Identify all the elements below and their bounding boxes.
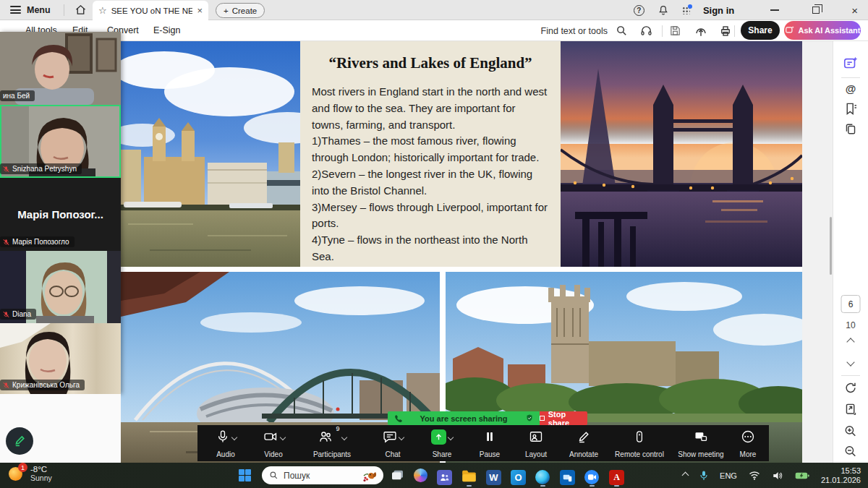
participants-icon [318, 429, 333, 444]
phone-link-icon[interactable] [560, 470, 575, 485]
video-button[interactable]: Video [250, 428, 297, 460]
start-button[interactable] [239, 469, 251, 481]
ai-label: Ask AI Assistant [799, 26, 861, 35]
acrobat-toolbar: All tools Edit Convert E-Sign Find text … [0, 20, 868, 41]
participant-video-1[interactable]: ина Бей [0, 32, 121, 105]
more-button[interactable]: More [730, 428, 766, 460]
language-indicator[interactable]: ENG [720, 471, 737, 480]
teams-icon[interactable] [437, 470, 452, 485]
slide-paragraph: 2)Severn – the longest river in the UK, … [312, 166, 549, 200]
pause-label: Pause [480, 450, 500, 458]
seasonal-squirrel-decoration [362, 468, 379, 483]
previous-page-button[interactable] [848, 339, 854, 345]
outlook-icon[interactable]: O [511, 470, 526, 485]
weather-widget[interactable]: 1 -8°C Sunny [7, 465, 52, 482]
home-icon[interactable] [75, 4, 87, 16]
help-icon[interactable]: ? [634, 5, 644, 16]
create-label: Create [232, 7, 258, 15]
read-aloud-headphones-icon[interactable] [640, 25, 652, 37]
chat-options-chevron-icon[interactable] [398, 435, 404, 440]
nav-e-sign[interactable]: E-Sign [153, 25, 181, 35]
close-window-icon[interactable]: × [851, 5, 858, 16]
tray-overflow-chevron-icon[interactable] [682, 472, 689, 479]
video-options-chevron-icon[interactable] [279, 435, 285, 440]
copilot-icon[interactable] [414, 468, 427, 482]
participant-video-5[interactable]: Крижанівська Ольга [0, 323, 121, 394]
fit-page-icon[interactable] [844, 403, 858, 416]
pause-share-button[interactable]: Pause [469, 428, 510, 460]
stop-share-button[interactable]: Stop share [540, 411, 587, 425]
upload-share-icon[interactable] [694, 25, 707, 38]
participants-button[interactable]: 9 Participants [303, 428, 361, 460]
share-button[interactable]: Share [741, 21, 780, 40]
create-tab-button[interactable]: + Create [216, 3, 265, 18]
wifi-icon[interactable] [749, 471, 760, 480]
show-meeting-button[interactable]: Show meeting [669, 428, 733, 460]
find-text-label[interactable]: Find text or tools [541, 26, 608, 36]
slide-title: “Rivers and Lakes of England” [312, 54, 549, 72]
share-screen-button[interactable]: Share [419, 428, 465, 460]
minimize-window-icon[interactable] [770, 9, 779, 11]
acrobat-icon[interactable]: A [609, 470, 624, 485]
word-icon[interactable]: W [486, 470, 501, 485]
zoom-app-icon[interactable] [584, 470, 599, 484]
slide-paragraph: 1)Thames – the most famous river, flowin… [312, 133, 549, 166]
save-icon[interactable] [669, 25, 681, 37]
ai-assistant-panel-icon[interactable] [843, 56, 859, 72]
favorite-star-icon[interactable]: ☆ [98, 5, 107, 16]
document-tab[interactable]: ☆ SEE YOU oN THE NEXT ... × [93, 1, 208, 20]
participant-name: Snizhana Petryshyn [12, 165, 77, 173]
menu-icon[interactable] [10, 6, 21, 14]
participants-count-badge: 9 [336, 425, 339, 432]
close-tab-icon[interactable]: × [197, 5, 203, 16]
menu-button[interactable]: Menu [27, 5, 51, 15]
rotate-page-icon[interactable] [844, 381, 858, 395]
participants-options-chevron-icon[interactable] [341, 435, 346, 440]
print-icon[interactable] [719, 25, 732, 38]
tray-microphone-icon[interactable] [699, 470, 708, 481]
sign-in-button[interactable]: Sign in [703, 5, 734, 16]
panel-divider [841, 375, 860, 376]
volume-icon[interactable] [772, 471, 783, 481]
layout-icon [528, 429, 544, 444]
participant-name: Diana [12, 310, 31, 318]
mic-muted-icon [3, 382, 9, 389]
audio-options-chevron-icon[interactable] [231, 435, 237, 440]
panel-divider [841, 77, 860, 78]
layout-button[interactable]: Layout [514, 428, 558, 460]
remote-control-button[interactable]: Remote control [610, 428, 669, 460]
edge-icon[interactable] [535, 470, 550, 484]
pages-icon[interactable] [844, 122, 858, 136]
annotate-pencil-button[interactable] [6, 427, 33, 455]
battery-icon[interactable] [795, 471, 809, 480]
restore-window-icon[interactable] [812, 7, 820, 14]
chat-bubble-icon [383, 429, 397, 444]
bookmarks-icon[interactable] [844, 102, 858, 116]
pdf-scrollbar[interactable] [830, 217, 832, 275]
notifications-bell-icon[interactable] [658, 4, 669, 16]
next-page-button[interactable] [848, 359, 854, 365]
participant-video-3-camera-off[interactable]: Марія Попозог... Марія Попозогло [0, 178, 121, 251]
apps-grid-icon[interactable] [682, 7, 690, 14]
audio-button[interactable]: Audio [202, 428, 250, 460]
taskbar-clock[interactable]: 15:53 21.01.2026 [821, 466, 861, 485]
zoom-in-icon[interactable] [844, 424, 858, 438]
zoom-out-icon[interactable] [844, 445, 858, 458]
page-number-input[interactable]: 6 [841, 295, 861, 313]
annotate-button[interactable]: Annotate [561, 428, 607, 460]
chat-button[interactable]: Chat [370, 428, 416, 460]
share-options-chevron-icon[interactable] [448, 435, 454, 440]
photo-tower-bridge-sunset [561, 41, 802, 267]
participant-video-2-active-speaker[interactable]: Snizhana Petryshyn [0, 105, 121, 178]
comments-icon[interactable]: @ [846, 82, 856, 95]
outlook-letter: O [514, 472, 522, 483]
show-meeting-icon [693, 429, 709, 444]
search-icon[interactable] [616, 25, 628, 37]
taskbar-search[interactable]: Пошук [262, 466, 383, 484]
camera-icon [263, 429, 278, 444]
file-explorer-icon[interactable] [461, 470, 477, 482]
ask-ai-assistant-button[interactable]: Ask AI Assistant [784, 21, 861, 40]
task-view-icon[interactable] [391, 470, 404, 481]
word-letter: W [489, 472, 498, 483]
participant-video-4[interactable]: Diana [0, 251, 121, 323]
